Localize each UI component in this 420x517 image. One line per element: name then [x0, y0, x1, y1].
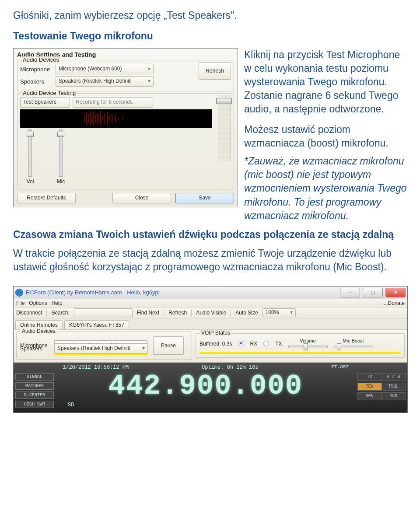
zoom-value: 100%: [266, 309, 279, 315]
close-window-button[interactable]: ✕: [385, 288, 406, 297]
test-speakers-button[interactable]: Test Speakers: [20, 97, 70, 108]
waveform-display: [20, 109, 212, 128]
yellow-highlight: [200, 352, 401, 354]
audio-devices-group: Audio Devices Microphone Microphone (Web…: [17, 60, 234, 91]
tx-radio[interactable]: [263, 341, 269, 346]
chevron-down-icon: ▾: [148, 64, 150, 73]
radio-datetime: 1/20/2012 10:50:12 PM: [63, 364, 129, 370]
radio-face: SIGNAL MATCHED D-CENTER HIGH SWR 1/20/20…: [14, 363, 407, 412]
window-title: RCForb (Client) by RemoteHams.com - Hell…: [26, 289, 337, 296]
rcforb-app-window: RCForb (Client) by RemoteHams.com - Hell…: [13, 286, 408, 413]
minimize-button[interactable]: —: [340, 288, 360, 297]
radio-uptime: Uptime: 6h 12m 16s: [202, 364, 259, 370]
menu-help[interactable]: Help: [52, 300, 63, 306]
dcenter-indicator: D-CENTER: [15, 391, 54, 399]
audio-settings-panel: Audio Settings and Testing Audio Devices…: [13, 48, 238, 207]
audio-devices-legend-2: Audio Devices: [20, 328, 57, 334]
waveform-icon: [83, 110, 149, 127]
chevron-down-icon: ▾: [148, 77, 150, 85]
speakers-label: Speakers: [20, 78, 53, 85]
find-next-button[interactable]: Find Next: [137, 310, 159, 316]
toolbar: Disconnect Search: Find Next Refresh Aud…: [14, 307, 407, 318]
zoom-select[interactable]: 100% ▾: [262, 308, 296, 317]
voip-status-group: VOIP Status Buffered: 0.3s RX TX Volume …: [196, 333, 405, 358]
speakers-select-2[interactable]: Speakers (Realtek High Definiti ▾: [54, 343, 148, 354]
auto-size-button[interactable]: Auto Size: [235, 310, 258, 316]
mic-boost-hslider[interactable]: [334, 346, 373, 348]
mic-label: Mic: [57, 178, 65, 185]
speakers-select[interactable]: Speakers (Realtek High Definiti ▾: [56, 76, 154, 87]
rx-label: RX: [250, 341, 258, 347]
tab-bar: Online Remotes KG6YPI's Yaesu FT857: [14, 318, 407, 330]
audio-devices-legend: Audio Devices: [21, 56, 61, 63]
microphone-value: Microphone (Webcam 600): [59, 66, 122, 72]
maximize-button[interactable]: ▢: [363, 288, 383, 297]
volume-label-2: Volume: [288, 338, 328, 343]
tx-label: TX: [275, 341, 282, 347]
disconnect-button[interactable]: Disconnect: [16, 310, 42, 316]
doc-line-1: Głośniki, zanim wybierzesz opcję „Test S…: [13, 9, 407, 22]
search-label: Search:: [51, 310, 69, 316]
sd-indicator: SD: [56, 402, 355, 408]
app-icon: [15, 289, 23, 297]
recording-status: Recording for 6 seconds.: [73, 97, 153, 108]
signal-indicator: SIGNAL: [15, 373, 54, 381]
titlebar: RCForb (Client) by RemoteHams.com - Hell…: [14, 286, 407, 299]
close-button[interactable]: Close: [112, 193, 171, 203]
doc-para-2: W trakcie połączenia ze stacją zdalną mo…: [13, 247, 407, 274]
speakers-value: Speakers (Realtek High Definiti: [59, 78, 132, 84]
radio-btn-row-1[interactable]: TXA / B: [357, 373, 406, 381]
rx-radio[interactable]: [238, 341, 244, 346]
doc-heading-2: Czasowa zmiana Twoich ustawień dźwięku p…: [13, 229, 407, 241]
save-button[interactable]: Save: [175, 193, 234, 203]
matched-indicator: MATCHED: [15, 382, 54, 390]
radio-btn-row-2[interactable]: TENTSQL: [357, 383, 406, 391]
radio-model: FT-857: [331, 364, 349, 370]
buffered-label: Buffered: 0.3s: [200, 341, 232, 347]
volume-hslider[interactable]: [288, 346, 328, 348]
audio-testing-group: Audio Device Testing Test Speakers Recor…: [17, 93, 234, 189]
chevron-down-icon: ▾: [290, 309, 293, 316]
microphone-select[interactable]: Microphone (Webcam 600) ▾: [56, 64, 154, 74]
audio-visible-button[interactable]: Audio Visible: [196, 310, 226, 316]
pause-button[interactable]: Pause: [153, 336, 184, 355]
donate-link[interactable]: ...Donate: [383, 300, 405, 306]
search-input[interactable]: [74, 308, 133, 317]
toolbar-refresh-button[interactable]: Refresh: [168, 310, 187, 316]
tab-station[interactable]: KG6YPI's Yaesu FT857: [64, 320, 129, 329]
volume-label: Vol: [27, 178, 34, 185]
audio-area: Audio Devices Microphone Microphone (Web…: [14, 330, 407, 363]
microphone-label: Microphone: [20, 66, 53, 73]
highswr-indicator: HIGH SWR: [15, 401, 54, 408]
chevron-down-icon: ▾: [142, 344, 145, 353]
voip-legend: VOIP Status: [200, 330, 232, 336]
refresh-button[interactable]: Refresh: [199, 62, 231, 80]
audio-testing-legend: Audio Device Testing: [21, 90, 77, 96]
menu-file[interactable]: File: [16, 300, 24, 306]
speakers-label-2: Speakers: [20, 346, 52, 352]
restore-defaults-button[interactable]: Restore Defaults: [17, 193, 76, 203]
mic-boost-slider[interactable]: [218, 95, 231, 161]
radio-frequency: 442.900.000: [56, 370, 355, 402]
radio-btn-row-3[interactable]: DENDCS: [357, 392, 406, 400]
doc-heading-1: Testowanie Twego mikrofonu: [13, 30, 407, 42]
menu-options[interactable]: Options: [29, 300, 47, 306]
volume-slider[interactable]: [28, 129, 32, 177]
mic-boost-label: Mic Boost: [334, 338, 373, 343]
menu-bar: File Options Help ...Donate: [14, 299, 407, 307]
mic-slider[interactable]: [59, 129, 63, 177]
audio-devices-group-2: Audio Devices Microphone Microphone (Web…: [16, 332, 192, 360]
